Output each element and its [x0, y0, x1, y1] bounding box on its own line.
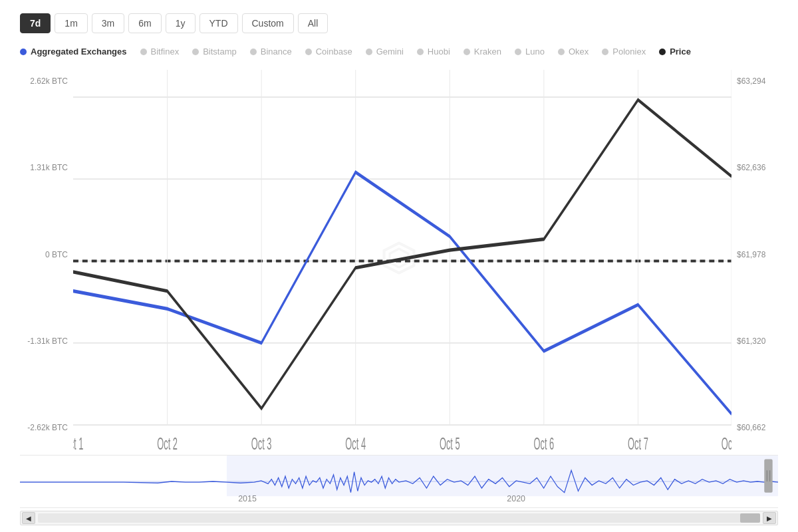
legend-dot-luno: [515, 49, 521, 55]
legend-dot-okex: [558, 49, 565, 55]
legend-dot-binance: [250, 49, 257, 55]
legend-dot-gemini: [366, 49, 372, 55]
y-axis-left-label: 1.31k BTC: [20, 163, 68, 172]
svg-marker-0: [384, 243, 414, 273]
time-btn-ytd[interactable]: YTD: [200, 13, 238, 33]
legend-label-binance: Binance: [261, 47, 292, 57]
legend-label-okex: Okex: [569, 47, 589, 57]
scroll-left-button[interactable]: ◀: [22, 512, 35, 524]
scroll-thumb[interactable]: [740, 513, 760, 523]
svg-text:Oct 6: Oct 6: [533, 434, 554, 452]
svg-text:Oct 8: Oct 8: [722, 434, 732, 452]
svg-rect-30: [227, 456, 778, 496]
legend-item-aggregated-exchanges[interactable]: Aggregated Exchanges: [20, 47, 127, 57]
legend-item-coinbase[interactable]: Coinbase: [305, 47, 352, 57]
scrollbar-area: ◀ ▶: [20, 511, 778, 525]
y-axis-left-label: 2.62k BTC: [20, 76, 68, 86]
main-chart-area: 2.62k BTC1.31k BTC0 BTC-1.31k BTC-2.62k …: [20, 70, 778, 452]
legend-item-huobi[interactable]: Huobi: [417, 47, 450, 57]
svg-text:Oct 2: Oct 2: [157, 434, 178, 452]
y-axis-right-label: $60,662: [737, 423, 778, 432]
legend-label-coinbase: Coinbase: [316, 47, 352, 57]
svg-line-5: [399, 262, 408, 267]
legend-item-bitstamp[interactable]: Bitstamp: [192, 47, 237, 57]
legend-item-gemini[interactable]: Gemini: [366, 47, 404, 57]
main-container: 7d1m3m6m1yYTDCustomAll Aggregated Exchan…: [0, 0, 798, 532]
time-btn-7d[interactable]: 7d: [20, 13, 51, 33]
legend-dot-bitstamp: [192, 49, 199, 55]
svg-text:Oct 7: Oct 7: [628, 434, 648, 452]
svg-line-4: [390, 262, 399, 267]
y-axis-right-label: $62,636: [737, 163, 778, 172]
svg-line-2: [390, 249, 399, 254]
time-btn-custom[interactable]: Custom: [242, 13, 294, 33]
scroll-track[interactable]: [38, 513, 760, 523]
legend-dot-price: [659, 49, 666, 55]
time-btn-all[interactable]: All: [298, 13, 329, 33]
legend-item-price[interactable]: Price: [659, 47, 691, 57]
legend-label-kraken: Kraken: [474, 47, 501, 57]
legend: Aggregated ExchangesBitfinexBitstampBina…: [20, 47, 778, 57]
y-axis-right-label: $61,978: [737, 250, 778, 259]
legend-label-aggregated-exchanges: Aggregated Exchanges: [31, 47, 127, 57]
time-btn-1m[interactable]: 1m: [55, 13, 87, 33]
y-axis-right-label: $63,294: [737, 76, 778, 86]
legend-item-binance[interactable]: Binance: [250, 47, 292, 57]
y-axis-left-label: -1.31k BTC: [20, 336, 68, 346]
y-axis-right-label: $61,320: [737, 336, 778, 346]
svg-line-3: [399, 249, 408, 254]
legend-item-poloniex[interactable]: Poloniex: [602, 47, 646, 57]
legend-dot-poloniex: [602, 49, 608, 55]
svg-text:Oct 1: Oct 1: [73, 434, 83, 452]
svg-text:Oct 3: Oct 3: [251, 434, 272, 452]
chart-inner: Oct 1 Oct 2 Oct 3 Oct 4 Oct 5 Oct 6 Oct …: [73, 70, 732, 452]
legend-label-bitstamp: Bitstamp: [203, 47, 237, 57]
svg-text:Oct 4: Oct 4: [345, 434, 366, 452]
legend-label-bitfinex: Bitfinex: [151, 47, 180, 57]
chart-wrapper: 2.62k BTC1.31k BTC0 BTC-1.31k BTC-2.62k …: [20, 70, 778, 525]
legend-dot-bitfinex: [140, 49, 147, 55]
scroll-right-button[interactable]: ▶: [763, 512, 776, 524]
legend-item-okex[interactable]: Okex: [558, 47, 589, 57]
time-btn-1y[interactable]: 1y: [166, 13, 196, 33]
legend-item-kraken[interactable]: Kraken: [464, 47, 501, 57]
legend-dot-coinbase: [305, 49, 312, 55]
legend-dot-huobi: [417, 49, 424, 55]
legend-label-huobi: Huobi: [428, 47, 450, 57]
aggregated-exchanges-line: [73, 172, 732, 414]
y-axis-right: $63,294$62,636$61,978$61,320$60,662: [732, 70, 778, 452]
legend-dot-aggregated-exchanges: [20, 49, 27, 55]
y-axis-left-label: -2.62k BTC: [20, 423, 68, 432]
navigator-svg: 2015 2020: [20, 456, 778, 507]
y-axis-left: 2.62k BTC1.31k BTC0 BTC-1.31k BTC-2.62k …: [20, 70, 73, 452]
time-btn-3m[interactable]: 3m: [92, 13, 124, 33]
svg-text:Oct 5: Oct 5: [440, 434, 460, 452]
y-axis-left-label: 0 BTC: [20, 250, 68, 259]
legend-label-gemini: Gemini: [376, 47, 404, 57]
legend-item-bitfinex[interactable]: Bitfinex: [140, 47, 180, 57]
legend-label-price: Price: [670, 47, 691, 57]
legend-item-luno[interactable]: Luno: [515, 47, 545, 57]
legend-dot-kraken: [464, 49, 470, 55]
time-btn-6m[interactable]: 6m: [128, 13, 161, 33]
time-range-bar: 7d1m3m6m1yYTDCustomAll: [20, 13, 778, 33]
svg-rect-31: [764, 460, 772, 493]
legend-label-luno: Luno: [525, 47, 545, 57]
navigator-area: 2015 2020: [20, 455, 778, 508]
watermark: [382, 241, 422, 275]
legend-label-poloniex: Poloniex: [612, 47, 646, 57]
